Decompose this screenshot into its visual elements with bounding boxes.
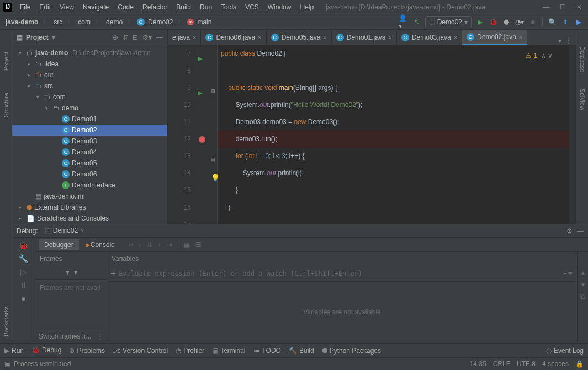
close-tab-icon[interactable]: × (193, 34, 196, 41)
frames-more-icon[interactable]: ⋮ (97, 333, 103, 340)
run-tool-button[interactable]: ▶Run (4, 347, 24, 355)
fold-gutter[interactable]: ⊟ ⊟ 💡 (210, 45, 218, 239)
crumb-class[interactable]: Demo02 (147, 18, 174, 26)
editor-body[interactable]: 7 8 9 10 11 12 13 14 15 16 17 ▶ ▶ ⊟ ⊟ 💡 (168, 45, 576, 239)
editor-tab[interactable]: CDemo06.java× (201, 30, 266, 45)
fold-marker[interactable]: ⊟ (211, 151, 215, 168)
select-opened-icon[interactable]: ⊕ (113, 34, 118, 41)
profiler-tool-button[interactable]: ◔Profiler (176, 347, 204, 355)
rerun-icon[interactable]: 🐞 (19, 241, 28, 250)
tree-src[interactable]: ▾ 🗀 src (12, 81, 167, 92)
editor-tab[interactable]: CDemo05.java× (267, 30, 332, 45)
pause-icon[interactable]: ⏸ (20, 281, 28, 289)
settings-icon[interactable]: ⚙▾ (142, 34, 152, 41)
status-encoding[interactable]: UTF-8 (517, 360, 536, 368)
menu-refactor[interactable]: Refactor (139, 2, 171, 12)
close-button[interactable]: ✕ (574, 3, 585, 11)
python-pkgs-tool-button[interactable]: ⬢Python Packages (322, 347, 381, 355)
crumb-com[interactable]: com (77, 18, 92, 26)
project-panel-title[interactable]: Project (26, 34, 49, 41)
eval-expression-input[interactable]: Evaluate expression (Enter) or add a wat… (119, 270, 560, 277)
tree-class-demo06[interactable]: C Demo06 (12, 169, 167, 180)
trace-icon[interactable]: ☰ (195, 241, 202, 249)
search-button[interactable]: 🔍 (547, 17, 557, 27)
tree-com[interactable]: ▾ 🗀 com (12, 92, 167, 103)
close-tab-icon[interactable]: × (454, 34, 457, 41)
status-window-icon[interactable]: ▣ (4, 360, 10, 368)
minimize-button[interactable]: ― (541, 3, 552, 11)
step-out-icon[interactable]: ↑ (158, 241, 161, 249)
tab-more-icon[interactable]: ⋮ (565, 37, 571, 45)
tree-idea[interactable]: ▸ 🗀 .idea (12, 58, 167, 69)
tree-scratches[interactable]: ▸ 📄 Scratches and Consoles (12, 213, 167, 224)
vcs-back-icon[interactable]: ↖ (412, 17, 422, 27)
tree-class-demo05[interactable]: C Demo05 (12, 158, 167, 169)
menu-edit[interactable]: Edit (36, 2, 54, 12)
debug-tool-button[interactable]: 🐞Debug (31, 344, 61, 358)
menu-run[interactable]: Run (197, 2, 215, 12)
tool-bookmarks-tab[interactable]: Bookmarks (3, 306, 9, 336)
terminal-tool-button[interactable]: ▣Terminal (212, 347, 245, 355)
project-tree[interactable]: ▾ 🗀 java-demo D:\IdeaProjects\java-demo … (12, 45, 167, 239)
menu-navigate[interactable]: Navigate (80, 2, 112, 12)
status-lock-icon[interactable]: 🔒 (575, 360, 584, 368)
run-button[interactable]: ▶ (475, 17, 485, 27)
tool-structure-tab[interactable]: Structure (3, 93, 9, 117)
ide-button[interactable]: ▶ (574, 17, 584, 27)
menu-vcs[interactable]: VCS (242, 2, 262, 12)
filter-icon[interactable]: ▼ (65, 269, 71, 276)
tree-demo[interactable]: ▾ 🗀 demo (12, 103, 167, 114)
menu-file[interactable]: File (17, 2, 34, 12)
editor-tab[interactable]: CDemo03.java× (397, 30, 462, 45)
status-position[interactable]: 14:35 (470, 360, 486, 368)
debug-hide-icon[interactable]: ― (577, 227, 584, 235)
inspect-down-icon[interactable]: ∨ (548, 47, 553, 65)
tree-class-demo01[interactable]: C Demo01 (12, 114, 167, 125)
vars-down-icon[interactable]: ▾ (581, 281, 585, 288)
tab-dropdown-icon[interactable]: ▾ (558, 37, 561, 45)
editor-tab[interactable]: e.java× (168, 30, 201, 45)
stop-debug-icon[interactable]: ● (21, 294, 25, 303)
close-tab-icon[interactable]: × (258, 34, 261, 41)
tree-class-demo03[interactable]: C Demo03 (12, 136, 167, 147)
run-to-cursor-icon[interactable]: ⇥ (167, 241, 172, 249)
tree-interface[interactable]: I DemoInterface (12, 180, 167, 191)
vcs-tool-button[interactable]: ⎇Version Control (113, 347, 168, 355)
step-into-icon[interactable]: ↓ (138, 241, 141, 249)
tree-out[interactable]: ▸ 🗀 out (12, 69, 167, 81)
expand-all-icon[interactable]: ⇵ (123, 34, 128, 41)
evaluate-icon[interactable]: ▦ (184, 241, 190, 249)
inspection-indicator[interactable]: ⚠1 ∧ ∨ (526, 47, 553, 65)
menu-view[interactable]: View (56, 2, 77, 12)
debugger-tab[interactable]: Debugger (39, 239, 79, 250)
run-gutter-icon[interactable]: ▶ (198, 84, 202, 101)
filter-dropdown-icon[interactable]: ▾ (74, 269, 77, 276)
todo-tool-button[interactable]: ≔TODO (253, 347, 281, 355)
crumb-method[interactable]: main (196, 18, 213, 26)
status-eol[interactable]: CRLF (493, 360, 510, 368)
debug-settings-icon[interactable]: ⚙ (566, 227, 573, 235)
add-user-icon[interactable]: 👤▾ (399, 17, 409, 27)
frames-filter[interactable]: ▼ ▾ (35, 265, 107, 280)
debug-config-tab[interactable]: ⬚ Demo02 × (43, 224, 86, 238)
problems-tool-button[interactable]: ⊘Problems (69, 347, 105, 355)
force-step-icon[interactable]: ⇊ (147, 241, 152, 249)
tree-external-libs[interactable]: ▸ ⬢ External Libraries (12, 202, 167, 213)
eval-add-icon[interactable]: +⏷ (563, 270, 574, 277)
breakpoint-icon[interactable] (199, 136, 205, 143)
crumb-project[interactable]: java-demo (4, 18, 39, 26)
menu-window[interactable]: Window (264, 2, 295, 12)
status-indent[interactable]: 4 spaces (542, 360, 569, 368)
crumb-demo[interactable]: demo (105, 18, 124, 26)
modify-run-icon[interactable]: 🔧 (19, 254, 28, 263)
code-content[interactable]: public class Demo02 { public static void… (218, 45, 569, 239)
error-stripe[interactable] (569, 45, 576, 239)
stop-button[interactable]: ■ (528, 17, 538, 27)
gutter-icons[interactable]: ▶ ▶ (195, 45, 210, 239)
editor-tab-active[interactable]: CDemo02.java× (462, 30, 527, 45)
menu-code[interactable]: Code (114, 2, 137, 12)
tool-project-tab[interactable]: Project (3, 52, 9, 71)
tool-database-tab[interactable]: Database (579, 46, 586, 72)
close-tab-icon[interactable]: × (519, 34, 522, 40)
collapse-all-icon[interactable]: ⊟ (133, 34, 138, 41)
